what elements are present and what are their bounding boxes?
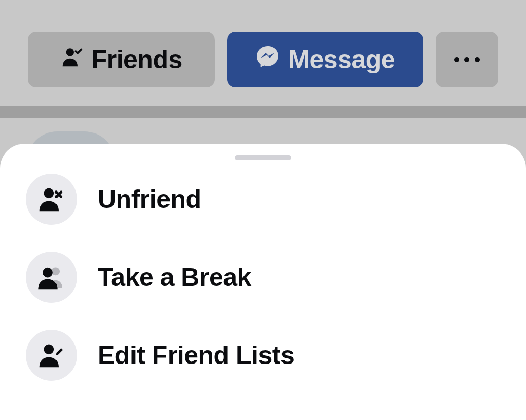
sheet-item-unfriend[interactable]: Unfriend <box>0 160 526 238</box>
svg-point-4 <box>44 345 54 355</box>
message-button[interactable]: Message <box>227 32 423 87</box>
svg-point-2 <box>51 267 60 275</box>
messenger-icon <box>255 44 280 75</box>
sheet-item-label: Take a Break <box>98 262 251 292</box>
sheet-grabber[interactable] <box>235 155 291 160</box>
profile-action-bar: Friends Message <box>0 0 526 106</box>
more-options-button[interactable] <box>436 32 498 87</box>
friends-button-label: Friends <box>91 45 182 74</box>
person-x-icon <box>26 174 77 225</box>
ellipsis-icon <box>454 57 480 62</box>
sheet-item-label: Unfriend <box>98 184 201 214</box>
sheet-item-label: Edit Friend Lists <box>98 340 294 370</box>
action-sheet: Unfriend Take a Break Edit Friend Lists <box>0 144 526 420</box>
sheet-item-take-a-break[interactable]: Take a Break <box>0 238 526 316</box>
friends-button[interactable]: Friends <box>28 32 215 87</box>
sheet-item-edit-friend-lists[interactable]: Edit Friend Lists <box>0 316 526 394</box>
person-check-icon <box>61 45 83 74</box>
svg-point-0 <box>66 48 73 56</box>
svg-point-3 <box>43 268 53 278</box>
people-icon <box>26 252 77 303</box>
section-divider <box>0 106 526 118</box>
person-edit-icon <box>26 330 77 381</box>
message-button-label: Message <box>288 45 395 74</box>
svg-point-1 <box>44 188 54 199</box>
